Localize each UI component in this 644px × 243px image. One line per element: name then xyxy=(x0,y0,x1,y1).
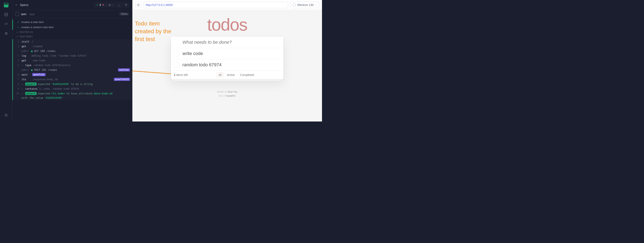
xhr-label: (xhr) xyxy=(21,68,28,72)
filter-completed[interactable]: Completed xyxy=(238,73,256,77)
new-todo-input[interactable] xyxy=(171,37,284,48)
test-row[interactable]: ✔ creates a todo item xyxy=(12,20,132,25)
reload-button[interactable]: ↻ xyxy=(123,2,129,8)
alias-pill: @newTodoId xyxy=(114,78,130,81)
line-number: 10 xyxy=(14,92,19,95)
cmd-row[interactable]: 9 –contains li.todo, random todo 67974 xyxy=(13,86,132,91)
assert-pill: assert xyxy=(25,82,36,86)
xhr-label: (xhr) xyxy=(21,50,28,52)
spec-file-row[interactable]: spec.cy.js 763ms xyxy=(12,10,132,18)
assert-value: '6165524430' xyxy=(51,82,70,86)
alias-pill: newTodo xyxy=(118,68,130,72)
assert-word: to be a string xyxy=(71,82,92,86)
alias-pill: @newTodo xyxy=(32,73,46,76)
check-icon: ✔ xyxy=(18,21,19,23)
cmd-args: .response.body.id xyxy=(32,78,58,81)
xhr-row[interactable]: (xhr) GET 200 /todos xyxy=(13,49,132,53)
assert-row[interactable]: 8 – assert expected '6165524430' to be a… xyxy=(13,82,132,86)
pending-icon: ◑ xyxy=(108,4,110,6)
cmd-row[interactable]: 3 log Adding todo item "random todo 6797… xyxy=(13,53,132,58)
todo-label: random todo 67974 xyxy=(182,62,222,67)
assert-pill: assert xyxy=(25,92,36,95)
aut-panel: Electron 130 ⌄ Todo item created by the … xyxy=(132,0,322,122)
run-stats: ✓ 2 ✕ -- ◑ -- xyxy=(94,3,115,7)
runs-icon[interactable] xyxy=(4,22,8,26)
assert-word: with the value xyxy=(22,96,43,99)
assert-word: expected xyxy=(38,82,50,86)
line-number: 3 xyxy=(14,54,19,57)
pending-count: -- xyxy=(112,4,113,6)
specs-icon[interactable] xyxy=(4,12,8,17)
status-ok-icon xyxy=(31,50,33,52)
pass-count: 2 xyxy=(100,4,101,6)
cmd-args: li.todo, random todo 67974 xyxy=(39,87,79,90)
cmd-args: Adding todo item "random todo 67974" xyxy=(32,54,87,57)
test-body-label: TEST BODY xyxy=(20,35,33,38)
assert-word: to have attribute xyxy=(66,92,93,95)
debug-icon[interactable] xyxy=(4,31,8,36)
collapse-icon[interactable]: ⇤ xyxy=(16,3,18,6)
cmd-args: .loaded xyxy=(32,45,42,48)
cmd-name: its xyxy=(22,78,29,81)
fail-count: -- xyxy=(106,4,107,6)
assert-value: data-todo-id xyxy=(94,92,112,95)
todo-item[interactable]: write code xyxy=(171,48,284,59)
filter-active[interactable]: Active xyxy=(225,73,236,77)
line-number: 2 xyxy=(14,45,19,48)
command-log: 1 visit / 2 get .loaded (xhr) GET 200 /t… xyxy=(12,39,132,100)
filters: All Active Completed xyxy=(217,73,256,77)
url-bar: Electron 130 ⌄ xyxy=(132,0,322,10)
url-input[interactable] xyxy=(144,2,288,8)
status-ok-icon xyxy=(31,69,33,71)
assert-el: <li.todo> xyxy=(51,92,65,95)
svg-rect-0 xyxy=(5,13,8,16)
cmd-row[interactable]: 6 wait @newTodo xyxy=(13,72,132,77)
xhr-row[interactable]: (xhr) POST 201 /todos newTodo xyxy=(13,68,132,72)
test-title: creates a random todo item xyxy=(21,26,54,29)
electron-icon xyxy=(292,3,296,6)
chevron-down-icon: ▾ xyxy=(17,36,18,38)
settings-icon[interactable] xyxy=(4,113,8,118)
cmd-args: random todo 67974{enter} xyxy=(34,64,71,67)
cmd-args: / xyxy=(32,40,34,43)
cmd-row[interactable]: 4 get .new-todo xyxy=(13,58,132,63)
line-number: 1 xyxy=(14,40,19,43)
svg-point-1 xyxy=(5,33,7,34)
chevron-right-icon: ▸ xyxy=(17,31,18,33)
check-icon: ✔ xyxy=(18,26,19,28)
svg-point-4 xyxy=(138,4,139,5)
line-number: 4 xyxy=(14,59,19,62)
xhr-text: POST 201 /todos xyxy=(34,68,57,72)
cmd-name: wait xyxy=(22,73,29,76)
test-row[interactable]: ✔ creates a random todo item xyxy=(12,25,132,30)
cmd-row[interactable]: 1 visit / xyxy=(13,39,132,44)
todo-item[interactable]: random todo 67974 xyxy=(171,59,284,70)
selector-playground-button[interactable] xyxy=(135,2,142,8)
line-number: 8 xyxy=(14,82,19,86)
cmd-row[interactable]: 7 its .response.body.id @newTodoId xyxy=(13,77,132,82)
cmd-row[interactable]: 5 –type random todo 67974{enter} xyxy=(13,63,132,68)
pass-icon: ✓ xyxy=(96,4,98,6)
line-number: 6 xyxy=(14,73,19,76)
line-number: 9 xyxy=(14,87,19,90)
options-button[interactable]: ⌄ xyxy=(116,2,122,8)
filter-all[interactable]: All xyxy=(217,73,223,77)
items-left: 2 items left xyxy=(174,73,188,76)
browser-select[interactable]: Electron 130 ⌄ xyxy=(290,2,319,8)
test-body-section[interactable]: ▾ TEST BODY xyxy=(12,34,132,39)
cmd-name: log xyxy=(22,54,29,57)
reporter-panel: ⇤ Specs ✓ 2 ✕ -- ◑ -- ⌄ ↻ spec.cy.js 763… xyxy=(12,0,132,122)
routes-section[interactable]: ▸ ROUTES (1) xyxy=(12,30,132,34)
specs-title: Specs xyxy=(20,3,28,6)
assert-row[interactable]: 10 – assert expected <li.todo> to have a… xyxy=(13,91,132,100)
todo-toggle[interactable] xyxy=(174,50,180,57)
cmd-row[interactable]: 2 get .loaded xyxy=(13,44,132,49)
todo-footer: 2 items left All Active Completed xyxy=(171,70,284,79)
todoapp: todos write code random todo 67974 2 ite… xyxy=(171,15,284,98)
line-number: 5 xyxy=(14,64,19,67)
assert-value: '6165524430' xyxy=(44,96,63,99)
todo-toggle[interactable] xyxy=(174,62,180,68)
browser-label: Electron 130 xyxy=(297,3,314,6)
todo-card: write code random todo 67974 2 items lef… xyxy=(171,37,284,79)
cmd-name: get xyxy=(22,59,29,62)
